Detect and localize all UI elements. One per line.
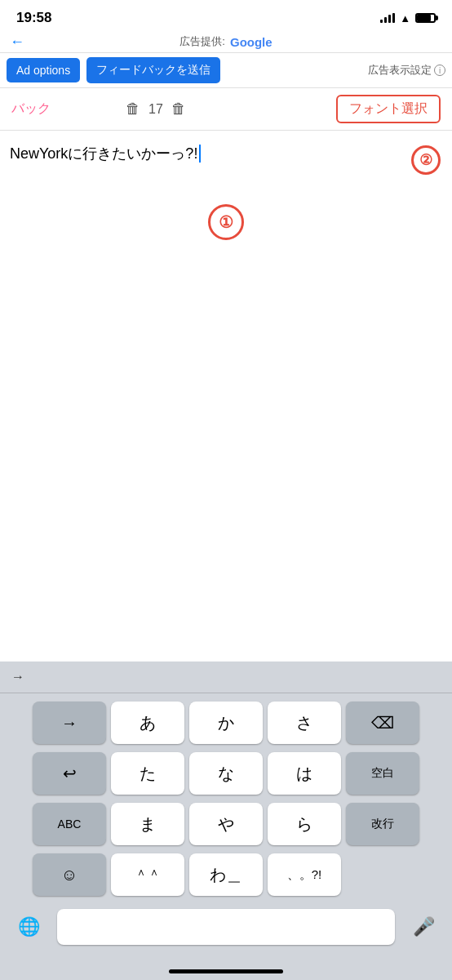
toolbar: バック 🗑 17 🗑 フォント選択 [0,88,452,131]
key-ha[interactable]: は [268,752,341,795]
trash-icon[interactable]: 🗑 [126,100,140,118]
keyboard-rows: → あ か さ ⌫ ↩ た な は 空白 ABC ま や ら 改行 ☺ ＾＾ わ… [0,693,452,901]
ad-settings-button[interactable]: 広告表示設定 i [368,63,445,78]
feedback-button[interactable]: フィードバックを送信 [86,57,220,83]
annotation-circle-1: ① [208,204,244,240]
status-time: 19:58 [16,10,51,26]
key-wa[interactable]: わ＿ [189,853,263,896]
back-button[interactable]: バック [11,100,51,118]
ad-buttons-row: Ad options フィードバックを送信 広告表示設定 i [0,53,452,88]
key-backspace[interactable]: ⌫ [346,702,419,744]
signal-bars-icon [380,13,395,23]
suggestion-arrow: → [11,670,24,684]
key-punctuation[interactable]: 、。?! [268,853,341,896]
ad-bar: ← 広告提供: Google [0,31,452,53]
keyboard-row-2: ↩ た な は 空白 [5,752,447,795]
key-ma[interactable]: ま [111,803,184,845]
key-space[interactable]: 空白 [346,752,419,795]
globe-key[interactable]: 🌐 [8,909,49,945]
spacebar[interactable] [57,909,395,945]
home-indicator [169,969,283,973]
ad-settings-label: 広告表示設定 [368,63,432,78]
content-area[interactable]: NewYorkに行きたいかーっ?! ① [0,131,452,457]
keyboard-bottom-row: 🌐 🎤 [0,901,452,969]
key-arrow[interactable]: → [33,702,106,744]
font-select-button[interactable]: フォント選択 [336,95,441,123]
key-enter[interactable]: 改行 [346,803,419,845]
ad-label: 広告提供: [179,34,225,49]
trash2-icon[interactable]: 🗑 [171,100,186,118]
key-ka[interactable]: か [189,702,263,744]
content-text: NewYorkに行きたいかーっ?! [10,144,442,163]
info-icon: i [434,65,445,76]
status-icons: ▲ [380,12,436,24]
keyboard-row-3: ABC ま や ら 改行 [5,803,447,845]
key-sa[interactable]: さ [268,702,341,744]
key-ta[interactable]: た [111,752,184,795]
mic-key[interactable]: 🎤 [403,909,444,945]
toolbar-middle: 🗑 17 🗑 [126,100,186,118]
suggestion-bar: → [0,662,452,693]
status-bar: 19:58 ▲ [0,0,452,31]
key-ra[interactable]: ら [268,803,341,845]
key-emoji[interactable]: ☺ [33,853,106,896]
text-cursor [199,145,201,163]
key-a[interactable]: あ [111,702,184,744]
keyboard-row-4: ☺ ＾＾ わ＿ 、。?! [5,853,447,896]
annotation-circle-2: ② [411,145,441,175]
key-maru-ten[interactable]: ＾＾ [111,853,184,896]
ad-provider: Google [230,35,273,49]
key-undo[interactable]: ↩ [33,752,106,795]
key-na[interactable]: な [189,752,263,795]
battery-icon [415,13,436,23]
key-ya[interactable]: や [189,803,263,845]
keyboard-area: → → あ か さ ⌫ ↩ た な は 空白 ABC ま や ら 改行 [0,662,452,980]
wifi-icon: ▲ [400,12,410,24]
ad-options-button[interactable]: Ad options [7,58,80,82]
keyboard-row-1: → あ か さ ⌫ [5,702,447,744]
ad-back-arrow[interactable]: ← [10,33,24,51]
count-badge: 17 [148,102,163,117]
key-abc[interactable]: ABC [33,803,106,845]
